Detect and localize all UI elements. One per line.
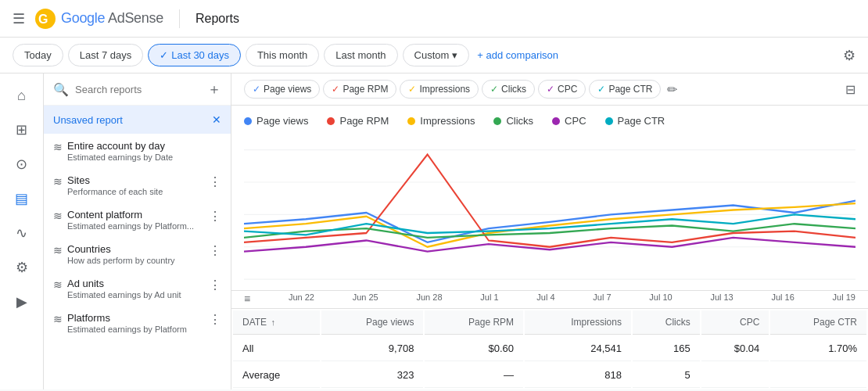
nav-video-icon[interactable]: ▶ [6, 286, 38, 317]
col-date[interactable]: DATE ↑ [233, 310, 320, 335]
adsense-logo-icon: G [34, 8, 56, 30]
legend-pageviews: Page views [244, 115, 308, 127]
svg-text:G: G [38, 13, 48, 26]
x-label-3: Jul 1 [480, 292, 498, 305]
chip-clicks[interactable]: ✓ Clicks [482, 80, 535, 99]
row-avg-pagerpm: — [425, 363, 523, 388]
x-label-9: Jul 19 [833, 292, 855, 305]
item-icon-2: ≋ [53, 210, 63, 222]
chip-impressions[interactable]: ✓ Impressions [400, 80, 479, 99]
filter-last30[interactable]: ✓ Last 30 days [148, 44, 241, 66]
filter-custom[interactable]: Custom ▾ [403, 44, 470, 66]
close-icon[interactable]: ✕ [212, 113, 221, 126]
legend-pagerpm: Page RPM [327, 115, 389, 127]
more-icon-3[interactable]: ⋮ [209, 243, 221, 258]
row-all-pageviews: 9,708 [321, 336, 424, 361]
sidebar-item-platforms[interactable]: ≋ Platforms Estimated earnings by Platfo… [44, 306, 231, 340]
item-icon-3: ≋ [53, 244, 63, 256]
search-bar: 🔍 ＋ [44, 74, 231, 106]
filter-lastmonth[interactable]: Last month [324, 44, 397, 66]
chart-container [231, 131, 868, 290]
search-input[interactable] [75, 84, 201, 95]
nav-overview-icon[interactable]: ⊞ [6, 114, 38, 145]
sidebar-item-countries[interactable]: ≋ Countries How ads perform by country ⋮ [44, 237, 231, 271]
row-all-date: All [233, 336, 320, 361]
data-table: DATE ↑ Page views Page RPM Impressions C… [231, 308, 868, 389]
chip-label-0: Page views [264, 84, 311, 95]
x-label-1: Jun 25 [353, 292, 378, 305]
sidebar-item-entire-account[interactable]: ≋ Entire account by day Estimated earnin… [44, 134, 231, 168]
row-avg-date: Average [233, 363, 320, 388]
dropdown-icon: ▾ [452, 49, 457, 61]
col-clicks[interactable]: Clicks [633, 310, 700, 335]
filter-thismonth[interactable]: This month [246, 44, 319, 66]
col-impressions[interactable]: Impressions [525, 310, 631, 335]
item-title-4: Ad units [67, 278, 209, 289]
nav-settings-icon[interactable]: ⚙ [6, 252, 38, 283]
more-icon-5[interactable]: ⋮ [209, 312, 221, 327]
nav-trends-icon[interactable]: ∿ [6, 217, 38, 249]
item-title-5: Platforms [67, 312, 209, 324]
item-desc-0: Estimated earnings by Date [67, 152, 221, 162]
col-pagerpm[interactable]: Page RPM [425, 310, 523, 335]
filter-today[interactable]: Today [13, 44, 63, 66]
sidebar-item-sites[interactable]: ≋ Sites Performance of each site ⋮ [44, 168, 231, 203]
item-title-3: Countries [67, 243, 209, 255]
add-report-icon[interactable]: ＋ [207, 80, 221, 99]
chip-check-0: ✓ [253, 84, 260, 95]
legend-dot-3 [493, 117, 501, 125]
legend-dot-5 [605, 117, 613, 125]
hamburger-icon[interactable]: ☰ [13, 10, 25, 27]
filter-last7[interactable]: Last 7 days [68, 44, 144, 66]
chip-pageviews[interactable]: ✓ Page views [244, 80, 320, 99]
edit-metrics-icon[interactable]: ✏ [667, 82, 677, 97]
nav-home-icon[interactable]: ⌂ [6, 80, 38, 111]
add-comparison[interactable]: + add comparison [477, 49, 558, 61]
page-settings-icon[interactable]: ⚙ [843, 47, 855, 64]
legend-label-3: Clicks [506, 115, 533, 127]
col-pagectr[interactable]: Page CTR [770, 310, 866, 335]
more-icon-1[interactable]: ⋮ [209, 174, 221, 189]
row-all-pagectr: 1.70% [770, 336, 866, 361]
table-row-all: All 9,708 $0.60 24,541 165 $0.04 1.70% [233, 336, 866, 361]
chip-pagerpm[interactable]: ✓ Page RPM [323, 80, 396, 99]
col-cpc[interactable]: CPC [701, 310, 769, 335]
col-pageviews[interactable]: Page views [321, 310, 424, 335]
chip-pagectr[interactable]: ✓ Page CTR [589, 80, 661, 99]
nav-reports-icon[interactable]: ▤ [6, 183, 38, 214]
item-icon-5: ≋ [53, 313, 63, 325]
sidebar-item-content-platform[interactable]: ≋ Content platform Estimated earnings by… [44, 203, 231, 237]
nav-user-icon[interactable]: ⊙ [6, 149, 38, 180]
active-report-item[interactable]: Unsaved report ✕ [44, 106, 231, 134]
logo-text: Google AdSense [61, 10, 163, 27]
chip-check-4: ✓ [547, 84, 554, 95]
more-icon-2[interactable]: ⋮ [209, 209, 221, 224]
legend-clicks: Clicks [493, 115, 533, 127]
item-desc-4: Estimated earnings by Ad unit [67, 290, 209, 300]
legend-label-0: Page views [256, 115, 308, 127]
x-label-5: Jul 7 [593, 292, 611, 305]
item-title-1: Sites [67, 174, 209, 186]
row-all-clicks: 165 [633, 336, 700, 361]
item-desc-5: Estimated earnings by Platform [67, 325, 209, 334]
item-title-2: Content platform [67, 209, 209, 221]
x-label-2: Jun 28 [416, 292, 442, 305]
more-icon-4[interactable]: ⋮ [209, 278, 221, 292]
item-icon-0: ≋ [53, 141, 63, 153]
chip-check-2: ✓ [408, 84, 416, 95]
legend-label-4: CPC [565, 115, 586, 127]
filter-bar: Today Last 7 days ✓ Last 30 days This mo… [0, 38, 868, 74]
chip-label-1: Page RPM [343, 84, 388, 95]
sidebar-item-ad-units[interactable]: ≋ Ad units Estimated earnings by Ad unit… [44, 271, 231, 306]
row-avg-cpc [701, 363, 769, 388]
filter-view-icon[interactable]: ⊟ [845, 82, 855, 97]
chip-check-1: ✓ [332, 84, 339, 95]
chip-cpc[interactable]: ✓ CPC [538, 80, 586, 99]
sidebar-panel: 🔍 ＋ Unsaved report ✕ ≋ Entire account by… [44, 74, 231, 389]
legend-dot-1 [327, 117, 335, 125]
check-icon: ✓ [160, 49, 168, 61]
sort-icon: ↑ [271, 317, 275, 327]
chip-label-2: Impressions [419, 84, 470, 95]
row-avg-pageviews: 323 [321, 363, 424, 388]
legend-label-5: Page CTR [618, 115, 665, 127]
